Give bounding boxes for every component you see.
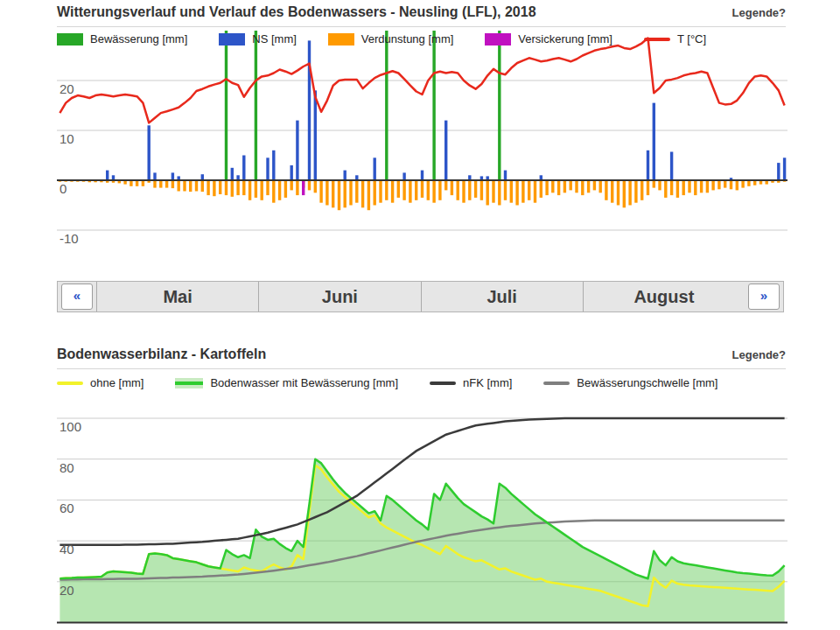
month-pager-bar: « MaiJuniJuliAugust » (57, 281, 784, 312)
bar (195, 180, 198, 192)
bar (206, 180, 209, 195)
top-chart-title: Witterungsverlauf und Verlauf des Bodenw… (57, 4, 536, 20)
legend-item: T [°C] (644, 32, 706, 46)
y-tick-label: 20 (60, 81, 74, 96)
bar (326, 180, 328, 206)
bar (402, 180, 405, 200)
bar (183, 180, 186, 192)
bar (480, 180, 483, 200)
bar (242, 156, 245, 181)
legend-item: ohne [mm] (57, 376, 144, 389)
bar (402, 172, 405, 180)
bar (368, 180, 370, 210)
y-tick-label: 80 (60, 460, 74, 475)
legend-swatch-icon (57, 33, 83, 46)
y-tick-label: 40 (60, 542, 74, 556)
bar (385, 180, 388, 200)
bar (296, 180, 298, 195)
bar (415, 180, 417, 200)
bar (682, 180, 685, 195)
legend-label: Bewässerung [mm] (90, 32, 187, 46)
bar (153, 172, 156, 180)
bar (581, 180, 584, 195)
legend-swatch-icon (219, 33, 245, 46)
soil-water-chart: 10080604020 (0, 396, 840, 627)
bar (706, 180, 709, 192)
bar (736, 180, 738, 190)
bar (724, 180, 726, 188)
bar (290, 165, 293, 180)
bar (290, 180, 293, 190)
bar (255, 31, 257, 180)
bar (159, 180, 162, 188)
bar (148, 125, 150, 180)
prev-month-button[interactable]: « (61, 284, 93, 310)
bar (136, 180, 138, 186)
bar (219, 180, 221, 194)
bar (432, 180, 435, 203)
bar (510, 180, 513, 203)
bottom-legend-link[interactable]: Legende? (732, 348, 786, 361)
bar (504, 171, 507, 180)
month-cell-august: August (583, 282, 745, 312)
y-tick-label: 60 (60, 500, 74, 515)
bar (605, 180, 607, 200)
legend-label: nFK [mm] (463, 376, 512, 389)
bar (255, 180, 257, 198)
top-divider (57, 26, 786, 27)
bar (236, 180, 239, 195)
bar (385, 31, 388, 180)
bar (308, 40, 311, 180)
legend-item: Verdunstung [mm] (328, 32, 454, 46)
bar (593, 180, 596, 190)
bar (272, 180, 275, 203)
bar (130, 180, 132, 186)
bar (284, 180, 287, 198)
bar (777, 163, 780, 180)
y-tick-label: 10 (60, 131, 74, 146)
prev-button-wrap: « (58, 282, 96, 312)
bar (492, 180, 494, 203)
bar (379, 180, 382, 203)
bar (658, 180, 661, 190)
bar (468, 180, 471, 200)
bar (172, 180, 174, 188)
bar (534, 180, 536, 203)
legend-swatch-icon (543, 382, 570, 385)
legend-label: Verdunstung [mm] (361, 32, 454, 46)
bar (444, 121, 447, 180)
bar (261, 180, 263, 200)
bar (551, 180, 554, 192)
irrigation-dashboard: Witterungsverlauf und Verlauf des Bodenw… (0, 0, 840, 630)
bar (338, 180, 340, 210)
bar (189, 180, 192, 192)
y-tick-label: -10 (60, 231, 79, 246)
bar (670, 180, 673, 195)
bar (611, 180, 613, 203)
bar (231, 180, 234, 197)
bar (504, 180, 507, 200)
bar (444, 180, 447, 190)
bar (361, 180, 364, 207)
bar (266, 158, 269, 180)
bar (694, 180, 696, 195)
bar (278, 180, 281, 200)
bar (201, 180, 204, 192)
bar (711, 180, 714, 190)
bar (730, 180, 732, 189)
bar (344, 180, 346, 207)
top-legend-link[interactable]: Legende? (732, 6, 786, 19)
next-month-button[interactable]: » (748, 284, 780, 310)
bar (528, 180, 530, 200)
bar (617, 180, 620, 206)
bar (575, 180, 578, 192)
month-cell-mai: Mai (96, 282, 258, 312)
legend-item: Bewässerung [mm] (57, 32, 187, 46)
bar (248, 180, 251, 200)
bar (165, 180, 168, 188)
bar (314, 90, 317, 180)
weather-chart: 20100-10 (0, 28, 840, 266)
bar (545, 180, 548, 195)
bar (623, 180, 626, 207)
bar (421, 171, 424, 180)
